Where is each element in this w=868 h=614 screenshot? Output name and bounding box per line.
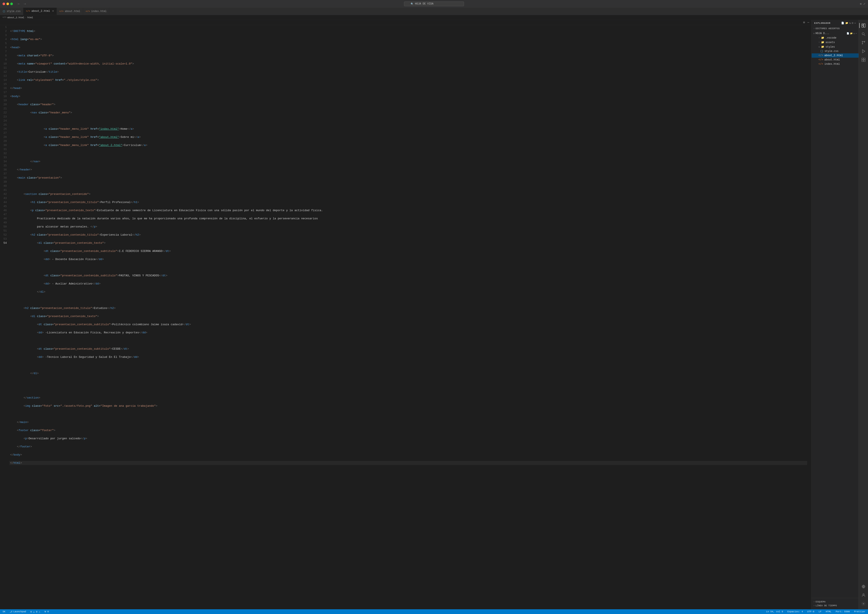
tab-style-css[interactable]: {} style.css (0, 8, 23, 15)
statusbar-port[interactable]: Port: 5500 (835, 610, 851, 613)
folder-label: assets (826, 41, 835, 44)
refresh-icon[interactable]: ↻ (849, 22, 851, 25)
new-file-project-icon[interactable]: 📄 (846, 32, 849, 35)
new-folder-icon[interactable]: 📁 (845, 22, 848, 25)
sidebar-item-about-html[interactable]: </> about.html (812, 58, 859, 62)
new-file-icon[interactable]: 📄 (841, 22, 845, 25)
statusbar-left: SK ⎇ Launchpad 0 △ 0 ⚠ W 0 (2, 610, 50, 613)
code-line: <dd> -Técnico Laboral En Seguridad y Sal… (9, 355, 807, 359)
statusbar-spaces[interactable]: Espacios: 4 (787, 610, 804, 613)
activity-bar (859, 20, 868, 609)
layout-icon[interactable]: ⊞ (860, 2, 862, 6)
statusbar-prettier[interactable]: Prettier (853, 610, 866, 613)
settings-activity-icon[interactable] (860, 600, 867, 608)
code-line: <nav class="header_menu"> (9, 111, 807, 115)
close-button[interactable] (3, 3, 5, 5)
tab-about-2-html[interactable]: </> about_2.html × (23, 8, 57, 15)
debug-activity-icon[interactable] (860, 47, 867, 55)
back-button[interactable]: ← (16, 2, 22, 6)
code-line: </head> (9, 86, 807, 90)
fullscreen-icon[interactable]: ⤢ (863, 2, 865, 6)
remote-activity-icon[interactable] (860, 583, 867, 591)
explorer-label: EXPLORADOR (814, 22, 831, 25)
code-line: </footer> (9, 445, 807, 449)
accounts-activity-icon[interactable] (860, 591, 867, 599)
statusbar-eol[interactable]: LF (818, 610, 822, 613)
sidebar-explorer-header: EXPLORADOR 📄 📁 ↻ ⊟ ⋯ (812, 20, 859, 26)
minimize-button[interactable] (6, 3, 9, 5)
code-line: </main> (9, 420, 807, 424)
sk-label: SK (3, 610, 5, 613)
titlebar-icons: ⊞ ⤢ (860, 2, 865, 6)
code-line: <header class="header"> (9, 102, 807, 107)
sidebar-item-style-css[interactable]: {} style.css (812, 49, 859, 53)
open-editors-header[interactable]: › EDITORES ABIERTOS (812, 26, 859, 31)
maximize-button[interactable] (10, 3, 13, 5)
split-editor-icon[interactable]: ⊞ (803, 20, 805, 25)
statusbar-language[interactable]: HTML (825, 610, 832, 613)
more-actions-icon[interactable]: ⋯ (807, 20, 810, 25)
new-folder-project-icon[interactable]: 📁 (850, 32, 852, 35)
statusbar-encoding[interactable]: UTF-8 (806, 610, 815, 613)
code-line (9, 412, 807, 416)
code-line (9, 184, 807, 188)
code-line: </body> (9, 453, 807, 457)
code-line: <dd> - Docente Educación Física</dd> (9, 257, 807, 261)
git-activity-icon[interactable] (860, 39, 867, 47)
tab-label: about_2.html (31, 10, 50, 12)
code-line: <section class="presentacion_contenido"> (9, 192, 807, 196)
refresh-project-icon[interactable]: ↻ (853, 32, 855, 35)
tab-label: index.html (91, 10, 107, 13)
code-line: </html> (9, 461, 807, 465)
statusbar-sk[interactable]: SK (2, 610, 6, 613)
svg-point-7 (862, 43, 863, 44)
forward-button[interactable]: → (22, 2, 28, 6)
code-line: </nav> (9, 160, 807, 164)
code-line (9, 298, 807, 302)
more-icon[interactable]: ⋯ (854, 22, 856, 25)
statusbar-git[interactable]: ⎇ Launchpad (9, 610, 27, 613)
statusbar-warnings[interactable]: W 0 (44, 610, 50, 613)
main-layout: ⊞ ⋯ 12345 678910 1112131415 1617181920 2… (0, 20, 868, 609)
code-line (9, 151, 807, 155)
extensions-activity-icon[interactable] (860, 56, 867, 64)
esquema-header[interactable]: › ESQUEMA (812, 600, 859, 604)
search-activity-icon[interactable] (860, 30, 867, 38)
sidebar-item-assets[interactable]: › 📁 assets (812, 40, 859, 45)
tab-about-html[interactable]: </> about.html (57, 8, 83, 15)
html-file-icon: </> (818, 63, 823, 66)
code-line: <h1 class="presentacion_contenido_titulo… (9, 200, 807, 204)
errors-label: 0 △ 0 ⚠ (31, 610, 40, 613)
code-line: <!DOCTYPE html> (9, 29, 807, 33)
collapse-icon[interactable]: ⊟ (852, 22, 854, 25)
line-col-label: Ln 54, col 8 (766, 610, 783, 613)
linea-de-tiempo-header[interactable]: › LÍNEA DE TIEMPO (812, 604, 859, 608)
sidebar-item-about2-html[interactable]: </> about_2.html (812, 53, 859, 58)
statusbar: SK ⎇ Launchpad 0 △ 0 ⚠ W 0 Ln 54, col 8 … (0, 609, 868, 614)
code-line (9, 265, 807, 270)
code-line: <html lang="es-mx"> (9, 37, 807, 41)
code-editor[interactable]: 12345 678910 1112131415 1617181920 21222… (0, 25, 811, 609)
editor-area: ⊞ ⋯ 12345 678910 1112131415 1617181920 2… (0, 20, 811, 609)
code-line: </header> (9, 167, 807, 172)
folder-icon: 📁 (821, 36, 824, 39)
sidebar-item-vscode[interactable]: › 📁 .vscode (812, 36, 859, 40)
more-project-icon[interactable]: ⋯ (856, 32, 857, 35)
statusbar-errors[interactable]: 0 △ 0 ⚠ (29, 610, 41, 613)
code-line: <p class="presentacion_contenido_texto">… (9, 208, 807, 212)
code-content[interactable]: <!DOCTYPE html> <html lang="es-mx"> <hea… (9, 25, 811, 609)
statusbar-line-col[interactable]: Ln 54, col 8 (765, 610, 784, 613)
project-header[interactable]: ∨ HOJA D... 📄 📁 ↻ ⋯ (812, 31, 859, 36)
file-label: about.html (825, 58, 840, 61)
tab-close-icon[interactable]: × (52, 9, 54, 13)
explorer-activity-icon[interactable] (860, 22, 867, 29)
code-line: <h2 class="presentacion_contenido_titulo… (9, 233, 807, 237)
git-icon: ⎇ (10, 610, 12, 613)
eol-label: LF (819, 610, 822, 613)
tab-label: about.html (65, 10, 80, 13)
sidebar-item-index-html[interactable]: </> index.html (812, 62, 859, 66)
folder-icon: 📁 (821, 41, 824, 44)
tab-index-html[interactable]: </> index.html (83, 8, 109, 15)
titlebar-search[interactable]: 🔍 HOJA DE VIDA (404, 2, 464, 6)
sidebar-item-styles[interactable]: ∨ 📁 styles (812, 45, 859, 49)
